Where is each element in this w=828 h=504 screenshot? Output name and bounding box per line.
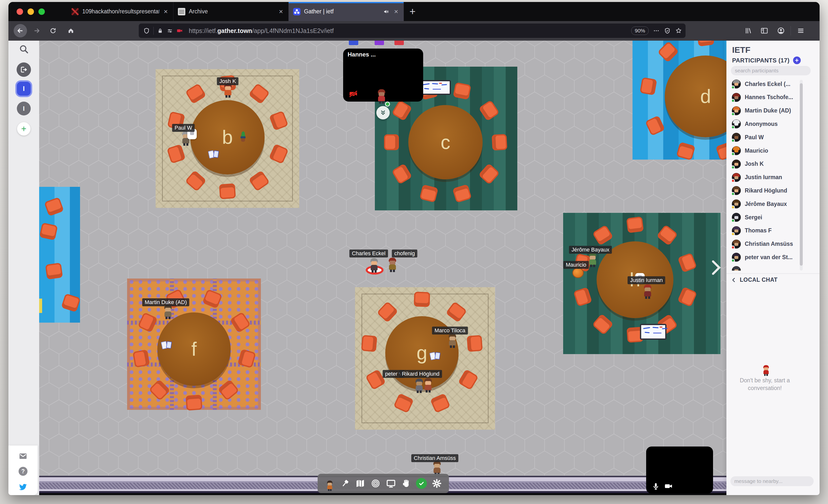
invite-participant-button[interactable]: + — [793, 56, 801, 64]
status-available-button[interactable] — [414, 476, 428, 490]
participant-row-rikard-h-glund[interactable]: Rikard Höglund — [727, 184, 803, 197]
help-icon[interactable]: ? — [8, 467, 38, 476]
participant-name: peter van der St... — [745, 254, 793, 261]
mic-icon[interactable] — [652, 482, 660, 491]
participant-row-justin-iurman[interactable]: Justin Iurman — [727, 171, 803, 184]
participant-row-martin-duke-ad[interactable]: Martin Duke (AD) — [727, 104, 803, 118]
home-button[interactable] — [64, 24, 78, 37]
avatar-mauricio — [572, 267, 584, 278]
participant-row-mauricio[interactable]: Mauricio — [727, 144, 803, 157]
participant-name: Thomas F — [745, 227, 772, 234]
chair[interactable] — [39, 222, 58, 240]
permissions-icon[interactable] — [167, 28, 173, 34]
chair[interactable] — [626, 216, 644, 233]
leave-space-button[interactable] — [8, 62, 39, 77]
table-b[interactable]: b — [190, 100, 264, 174]
avatar-christian-ams-ss — [431, 461, 443, 476]
tracking-protection-icon[interactable] — [143, 28, 150, 34]
whiteboard[interactable] — [640, 324, 666, 340]
chair[interactable] — [185, 395, 202, 411]
chair[interactable] — [384, 134, 399, 150]
zoom-level-badge[interactable]: 90% — [631, 27, 649, 35]
whiteboard[interactable] — [419, 80, 451, 95]
chair[interactable] — [414, 292, 430, 307]
sidebars-icon[interactable] — [758, 24, 771, 37]
collapse-chat-icon[interactable] — [731, 277, 737, 283]
add-space-button[interactable]: + — [8, 122, 39, 135]
tab-close-button[interactable]: × — [393, 8, 399, 15]
yellow-decor — [39, 299, 42, 313]
twitter-icon[interactable] — [8, 482, 38, 492]
participant-row-anonymous[interactable]: Anonymous — [727, 117, 803, 131]
space-item[interactable]: I — [8, 101, 39, 116]
tab-archive[interactable]: Archive× — [173, 2, 289, 21]
raise-hand-button[interactable] — [400, 476, 413, 490]
minimize-window-button[interactable] — [28, 8, 34, 15]
minimize-video-button[interactable] — [376, 106, 390, 119]
tab-close-button[interactable]: × — [163, 8, 169, 15]
back-button[interactable] — [14, 24, 27, 37]
screenshare-button[interactable] — [384, 476, 398, 490]
participant-row-j-r-me-bayaux[interactable]: Jérôme Bayaux — [727, 197, 803, 211]
participant-row-charles-eckel[interactable]: Charles Eckel (... — [727, 77, 803, 91]
participant-row-hannes-tschofe[interactable]: Hannes Tschofe... — [727, 91, 803, 104]
tab-gather-ietf[interactable]: Gather | ietf× — [289, 2, 404, 21]
camera-icon[interactable] — [664, 482, 673, 491]
address-bar[interactable]: https://ietf.gather.town/app/L4fNNdm1NJa… — [139, 24, 686, 38]
tab-close-button[interactable]: × — [278, 8, 284, 15]
chair[interactable] — [492, 134, 507, 151]
chair[interactable] — [219, 183, 236, 199]
menu-hamburger-icon[interactable] — [794, 24, 808, 37]
tab-109hackathon-resultspresentat[interactable]: 109hackathon/resultspresentat× — [67, 2, 173, 21]
protection-shield-icon[interactable] — [664, 28, 671, 34]
participant-row-sergei[interactable]: Sergei — [727, 211, 803, 224]
avatar-j-r-me-bayaux — [587, 253, 598, 267]
participant-row-peter-van-der-st[interactable]: peter van der St... — [727, 251, 803, 264]
participant-row-christian-ams-ss[interactable]: Christian Amsüss — [727, 237, 803, 251]
reload-button[interactable] — [46, 24, 60, 37]
player-label-chofenig: chofenig — [392, 250, 417, 257]
participant-row[interactable] — [727, 264, 803, 270]
fullscreen-window-button[interactable] — [38, 8, 45, 15]
locate-button[interactable] — [369, 476, 382, 490]
mail-icon[interactable] — [8, 452, 38, 461]
participant-row-thomas-f[interactable]: Thomas F — [727, 224, 803, 237]
participants-scrollbar-thumb[interactable] — [800, 83, 803, 266]
camera-active-icon[interactable] — [176, 28, 183, 34]
window-controls — [16, 2, 45, 21]
chair[interactable] — [45, 263, 63, 280]
self-video-tile[interactable] — [646, 447, 713, 494]
chat-empty-message: Don't be shy, start a conversation! — [727, 377, 803, 392]
chat-message-input[interactable] — [731, 476, 814, 486]
map-next-arrow[interactable] — [706, 258, 726, 279]
player-label-charles-eckel: Charles Eckel — [349, 250, 388, 257]
build-tool-button[interactable] — [338, 476, 352, 490]
settings-gear-button[interactable] — [430, 476, 444, 490]
chair[interactable] — [467, 335, 483, 352]
search-icon[interactable] — [8, 44, 39, 54]
page-actions-icon[interactable] — [653, 28, 660, 34]
close-window-button[interactable] — [16, 8, 23, 15]
tab-audio-icon[interactable] — [383, 8, 390, 15]
player-label-paul-w: Paul W — [172, 124, 195, 132]
participant-row-paul-w[interactable]: Paul W — [727, 131, 803, 144]
new-tab-button[interactable]: + — [405, 2, 420, 21]
app-left-sidebar: I I + ? — [8, 41, 39, 495]
gather-map[interactable]: bcdfghJosh KPaul WMartin Duke (AD)chofen… — [39, 41, 727, 495]
space-item-active[interactable]: I — [8, 82, 39, 96]
chair[interactable] — [132, 349, 150, 368]
library-icon[interactable] — [742, 24, 755, 37]
map-button[interactable] — [353, 476, 367, 490]
forward-button[interactable] — [30, 24, 43, 37]
status-dot-green — [731, 85, 735, 89]
chair[interactable] — [453, 82, 471, 99]
chair[interactable] — [639, 77, 657, 95]
chair[interactable] — [361, 335, 377, 352]
account-icon[interactable] — [774, 24, 788, 37]
participant-row-josh-k[interactable]: Josh K — [727, 157, 803, 171]
participants-panel: IETF PARTICIPANTS (17) + Charles Eckel (… — [727, 41, 820, 495]
bookmark-star-icon[interactable] — [675, 27, 682, 34]
search-participants-input[interactable] — [731, 66, 811, 75]
my-avatar-button[interactable] — [323, 476, 337, 490]
table-c[interactable]: c — [408, 105, 483, 179]
